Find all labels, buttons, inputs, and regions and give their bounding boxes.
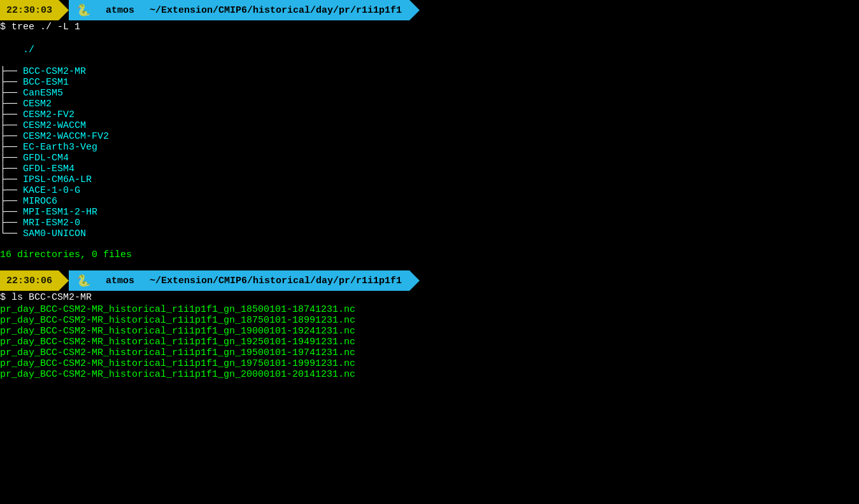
prompt-time-1: 22:30:03 (0, 0, 59, 20)
prompt-bar-2: 22:30:06 🐍 atmos ~/Extension/CMIP6/histo… (0, 270, 859, 291)
tree-output: ./ (0, 34, 859, 66)
prompt-snake-1: 🐍 (69, 0, 98, 20)
tree-item: ├── CanESM5 (0, 88, 859, 99)
command-1: $ tree ./ -L 1 (0, 20, 859, 34)
prompt-end-arrow-2 (409, 270, 420, 291)
tree-item: ├── CESM2 (0, 99, 859, 109)
file-item: pr_day_BCC-CSM2-MR_historical_r1i1p1f1_g… (0, 315, 859, 326)
file-item: pr_day_BCC-CSM2-MR_historical_r1i1p1f1_g… (0, 369, 859, 380)
prompt-user-1: atmos (98, 0, 142, 20)
tree-item: ├── EC-Earth3-Veg (0, 142, 859, 153)
tree-items: ├── BCC-CSM2-MR├── BCC-ESM1├── CanESM5├─… (0, 66, 859, 239)
prompt-path-2: ~/Extension/CMIP6/historical/day/pr/r1i1… (142, 270, 409, 291)
tree-summary: 16 directories, 0 files (0, 247, 859, 263)
tree-item: ├── MIROC6 (0, 196, 859, 207)
prompt-user-2: atmos (98, 270, 142, 291)
tree-item: ├── MPI-ESM1-2-HR (0, 207, 859, 218)
file-item: pr_day_BCC-CSM2-MR_historical_r1i1p1f1_g… (0, 304, 859, 315)
tree-item: ├── MRI-ESM2-0 (0, 218, 859, 228)
prompt-arrow-2 (59, 270, 69, 291)
prompt-snake-2: 🐍 (69, 270, 98, 291)
prompt-arrow-1 (59, 0, 69, 20)
tree-item: ├── CESM2-FV2 (0, 109, 859, 120)
file-item: pr_day_BCC-CSM2-MR_historical_r1i1p1f1_g… (0, 337, 859, 347)
prompt-end-arrow-1 (409, 0, 420, 20)
prompt-bar-1: 22:30:03 🐍 atmos ~/Extension/CMIP6/histo… (0, 0, 859, 20)
prompt-path-1: ~/Extension/CMIP6/historical/day/pr/r1i1… (142, 0, 409, 20)
file-item: pr_day_BCC-CSM2-MR_historical_r1i1p1f1_g… (0, 358, 859, 369)
tree-item: ├── CESM2-WACCM-FV2 (0, 131, 859, 142)
tree-item: ├── CESM2-WACCM (0, 120, 859, 131)
tree-item: ├── GFDL-CM4 (0, 153, 859, 164)
file-item: pr_day_BCC-CSM2-MR_historical_r1i1p1f1_g… (0, 326, 859, 337)
tree-root: ./ (23, 45, 34, 55)
file-listing: pr_day_BCC-CSM2-MR_historical_r1i1p1f1_g… (0, 304, 859, 380)
tree-item: ├── IPSL-CM6A-LR (0, 174, 859, 185)
tree-item: ├── KACE-1-0-G (0, 185, 859, 196)
tree-item: ├── BCC-ESM1 (0, 77, 859, 88)
tree-item: ├── GFDL-ESM4 (0, 164, 859, 174)
prompt-time-2: 22:30:06 (0, 270, 59, 291)
tree-item: ├── BCC-CSM2-MR (0, 66, 859, 77)
tree-item: └── SAM0-UNICON (0, 228, 859, 239)
command-2: $ ls BCC-CSM2-MR (0, 291, 859, 304)
file-item: pr_day_BCC-CSM2-MR_historical_r1i1p1f1_g… (0, 347, 859, 358)
terminal: 22:30:03 🐍 atmos ~/Extension/CMIP6/histo… (0, 0, 859, 380)
